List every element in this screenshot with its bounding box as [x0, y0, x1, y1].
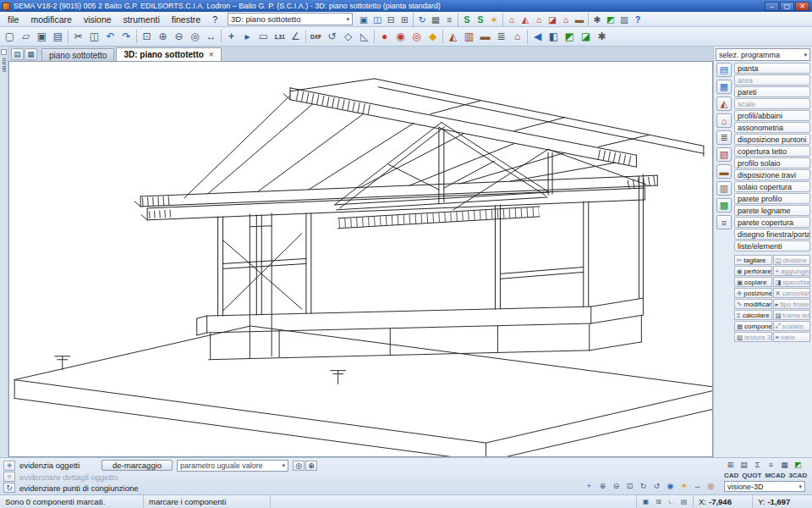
red-dimension-icon[interactable]: ◎	[409, 29, 425, 45]
tool-posizione[interactable]: ✛posizione	[734, 288, 772, 298]
beam-layout-icon[interactable]: ▥	[716, 181, 732, 196]
panel-item-copertura-tetto[interactable]: copertura tetto	[734, 146, 810, 157]
panel-item-assonometria[interactable]: assonometria	[734, 122, 810, 133]
tool-testura-3d[interactable]: ▧testura 3D	[734, 332, 772, 342]
menu-finestre[interactable]: finestre	[166, 14, 206, 25]
highlight-details-icon[interactable]: ✳	[3, 472, 15, 482]
cut-icon[interactable]: ✂	[70, 29, 86, 45]
parameter-dropdown[interactable]: parametro uguale valore ▾	[177, 460, 288, 472]
small-list-icon[interactable]: ≡	[765, 460, 777, 470]
view-selector-dropdown[interactable]: 3D: piano sottotetto ▾	[228, 13, 353, 25]
sun-light-icon[interactable]: ☀	[487, 13, 501, 26]
minimize-button[interactable]: –	[765, 2, 779, 11]
highlight-joints-label[interactable]: evidenziare punti di congiunzione	[19, 483, 139, 493]
open-file-icon[interactable]: ▱	[18, 29, 34, 45]
select-region-icon[interactable]: ▭	[255, 29, 272, 45]
nav-zoom-fit-icon[interactable]: ⊡	[623, 480, 636, 491]
tool-aggiungere[interactable]: +aggiungere	[773, 266, 811, 276]
house-plan-icon[interactable]: ⌂	[505, 13, 518, 26]
green-cube-icon[interactable]: ◩	[562, 29, 578, 45]
panel-item-disegno-finestra-porta[interactable]: disegno finestra/porta	[734, 229, 810, 240]
timber-beam-icon[interactable]: ▬	[573, 13, 586, 26]
nav-walk-icon[interactable]: ↔	[691, 480, 704, 491]
tool-cancellare[interactable]: ✕cancellare	[773, 288, 811, 298]
view-mode-dropdown[interactable]: visione-3D ▾	[724, 481, 805, 492]
house-walls-icon[interactable]: ⌂	[532, 13, 546, 26]
maximize-button[interactable]: ▢	[780, 2, 794, 11]
rotate-view-icon[interactable]: ↺	[324, 29, 340, 45]
tab-close-icon[interactable]: ×	[209, 50, 214, 59]
nav-zoom-out-icon[interactable]: ⊖	[610, 480, 623, 491]
window-split-vertical-icon[interactable]: ◫	[370, 13, 384, 26]
arrow-back-icon[interactable]: ◀	[529, 29, 546, 45]
drawing-canvas[interactable]	[8, 61, 713, 457]
roof-covering-icon[interactable]: ▧	[716, 147, 732, 162]
panel-item-parete-profilo[interactable]: parete profilo	[734, 193, 810, 204]
red-target-icon[interactable]: ◉	[392, 29, 409, 45]
tool-varie[interactable]: ≡varie	[773, 332, 811, 342]
wall-tool-icon[interactable]: ▥	[461, 29, 477, 45]
status-grid-icon[interactable]: ⊞	[653, 497, 664, 507]
tool-component[interactable]: ▦component	[734, 321, 772, 331]
house-frame-icon[interactable]: ⌂	[559, 13, 573, 26]
window-tile-icon[interactable]: ⊞	[398, 13, 411, 26]
sheet-icon[interactable]: ▦	[778, 460, 791, 470]
nav-eye-icon[interactable]: ◉	[664, 480, 677, 491]
tool-specchiare[interactable]: ◨specchiare	[773, 277, 811, 287]
panel-item-disposizione-travi[interactable]: disposizione travi	[734, 169, 810, 180]
stair-tool-icon[interactable]: ≣	[493, 29, 509, 45]
cube-faces-icon[interactable]: ◧	[546, 29, 562, 45]
menu-[interactable]: ?	[206, 14, 223, 25]
zoom-out-icon[interactable]: ⊖	[171, 29, 187, 45]
nav-zoom-in-icon[interactable]: ⊕	[596, 480, 609, 491]
tool-tagliare[interactable]: ✂tagliare	[734, 255, 772, 265]
mode-3cad[interactable]: 3CAD	[788, 472, 807, 479]
tool-calcolare[interactable]: Σcalcolare	[734, 310, 772, 320]
house-roof-icon[interactable]: ◭	[518, 13, 532, 26]
panel-item-parete-legname[interactable]: parete legname	[734, 205, 810, 216]
red-node-icon[interactable]: ●	[376, 29, 392, 45]
undo-icon[interactable]: ↶	[102, 29, 118, 45]
dxf-export-icon[interactable]: DXF	[308, 29, 324, 45]
panel-item-solaio-copertura[interactable]: solaio copertura	[734, 181, 810, 192]
3d-wireframe-view[interactable]	[9, 62, 712, 456]
highlight-objects-label[interactable]: evidenzia oggetti	[19, 461, 97, 470]
tab-grid-icon[interactable]: ▦	[25, 48, 37, 60]
status-layer-icon[interactable]: ▤	[678, 497, 689, 507]
roof-profile-icon[interactable]: ◭	[716, 97, 732, 111]
pan-view-icon[interactable]: ↔	[203, 29, 219, 45]
panel-item-disposizione-puntoni[interactable]: disposizione puntoni	[734, 134, 810, 145]
panel-layout-icon[interactable]: ▥	[617, 13, 631, 26]
timber-wall-icon[interactable]: ▩	[716, 198, 732, 213]
axonometry-view-icon[interactable]: ⌂	[716, 113, 732, 128]
element-lists-icon[interactable]: ≡	[716, 215, 732, 229]
status-ortho-icon[interactable]: ∟	[666, 497, 677, 507]
panel-item-profilo-solaio[interactable]: profilo solaio	[734, 157, 810, 168]
house-3d-icon[interactable]: ⌂	[509, 29, 525, 45]
tool-modificare[interactable]: ✎modificare	[734, 299, 772, 309]
cube-view-icon[interactable]: ◪	[578, 29, 594, 45]
menu-modificare[interactable]: modificare	[25, 14, 77, 25]
machine-data-icon[interactable]: ✱	[590, 13, 604, 26]
yellow-marker-icon[interactable]: ◆	[425, 29, 441, 45]
nav-target-icon[interactable]: ◎	[705, 480, 717, 491]
tool-tipo-finale[interactable]: ▸tipo finale	[773, 299, 811, 309]
tab-3d-piano-sottotetto[interactable]: 3D: piano sottotetto×	[116, 47, 221, 61]
dock-handle-icon[interactable]	[1, 49, 7, 55]
tool-perforare[interactable]: ◉perforare	[734, 266, 772, 276]
settings-star-icon[interactable]: ✱	[594, 29, 610, 45]
zoom-window-icon[interactable]: ⊡	[139, 29, 155, 45]
panel-item-area[interactable]: area	[734, 75, 810, 86]
floor-profile-icon[interactable]: ▬	[716, 164, 732, 179]
panel-item-parete-copertura[interactable]: parete copertura	[734, 217, 810, 228]
walls-view-icon[interactable]: ▦	[716, 80, 732, 94]
tab-list-icon[interactable]: ▤	[11, 48, 24, 60]
house-section-icon[interactable]: ◪	[546, 13, 559, 26]
program-selector-dropdown[interactable]: selez. programma ▾	[716, 48, 810, 61]
select-point-icon[interactable]: ▸	[239, 29, 255, 45]
nav-sun-icon[interactable]: ☀	[678, 480, 690, 491]
redo-icon[interactable]: ↷	[118, 29, 134, 45]
crosshair-icon[interactable]: +	[223, 29, 239, 45]
window-single-icon[interactable]: ▣	[357, 13, 370, 26]
zoom-in-icon[interactable]: ⊕	[155, 29, 171, 45]
